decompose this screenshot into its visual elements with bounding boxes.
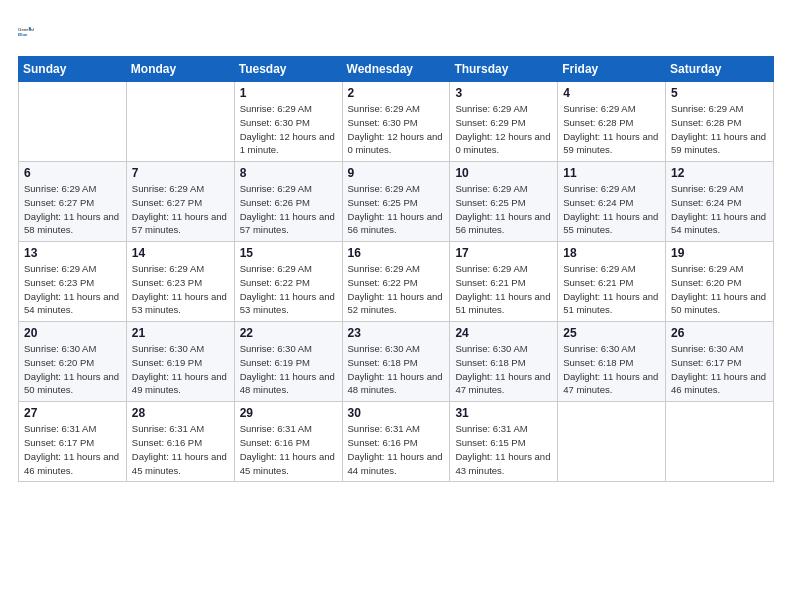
day-cell: 12Sunrise: 6:29 AMSunset: 6:24 PMDayligh… [666, 162, 774, 242]
day-number: 30 [348, 406, 445, 420]
day-number: 1 [240, 86, 337, 100]
day-info: Sunrise: 6:29 AMSunset: 6:28 PMDaylight:… [563, 102, 660, 157]
day-info: Sunrise: 6:31 AMSunset: 6:16 PMDaylight:… [132, 422, 229, 477]
day-cell: 9Sunrise: 6:29 AMSunset: 6:25 PMDaylight… [342, 162, 450, 242]
week-row-4: 20Sunrise: 6:30 AMSunset: 6:20 PMDayligh… [19, 322, 774, 402]
day-number: 20 [24, 326, 121, 340]
day-info: Sunrise: 6:30 AMSunset: 6:19 PMDaylight:… [132, 342, 229, 397]
weekday-header-wednesday: Wednesday [342, 57, 450, 82]
day-number: 18 [563, 246, 660, 260]
day-number: 7 [132, 166, 229, 180]
day-number: 14 [132, 246, 229, 260]
day-info: Sunrise: 6:29 AMSunset: 6:23 PMDaylight:… [132, 262, 229, 317]
day-cell [558, 402, 666, 482]
day-cell [19, 82, 127, 162]
day-info: Sunrise: 6:29 AMSunset: 6:25 PMDaylight:… [348, 182, 445, 237]
day-cell: 16Sunrise: 6:29 AMSunset: 6:22 PMDayligh… [342, 242, 450, 322]
day-info: Sunrise: 6:29 AMSunset: 6:28 PMDaylight:… [671, 102, 768, 157]
day-number: 27 [24, 406, 121, 420]
calendar: SundayMondayTuesdayWednesdayThursdayFrid… [18, 56, 774, 482]
day-info: Sunrise: 6:30 AMSunset: 6:18 PMDaylight:… [563, 342, 660, 397]
day-number: 19 [671, 246, 768, 260]
day-number: 29 [240, 406, 337, 420]
day-number: 15 [240, 246, 337, 260]
day-info: Sunrise: 6:31 AMSunset: 6:16 PMDaylight:… [348, 422, 445, 477]
svg-text:Blue: Blue [18, 32, 28, 37]
day-cell: 14Sunrise: 6:29 AMSunset: 6:23 PMDayligh… [126, 242, 234, 322]
day-info: Sunrise: 6:30 AMSunset: 6:19 PMDaylight:… [240, 342, 337, 397]
day-info: Sunrise: 6:29 AMSunset: 6:22 PMDaylight:… [348, 262, 445, 317]
day-cell: 17Sunrise: 6:29 AMSunset: 6:21 PMDayligh… [450, 242, 558, 322]
weekday-header-sunday: Sunday [19, 57, 127, 82]
day-info: Sunrise: 6:29 AMSunset: 6:27 PMDaylight:… [132, 182, 229, 237]
header: General Blue [18, 18, 774, 46]
day-number: 28 [132, 406, 229, 420]
day-number: 24 [455, 326, 552, 340]
day-info: Sunrise: 6:29 AMSunset: 6:30 PMDaylight:… [240, 102, 337, 157]
day-cell: 30Sunrise: 6:31 AMSunset: 6:16 PMDayligh… [342, 402, 450, 482]
page: General Blue SundayMondayTuesdayWednesda… [0, 0, 792, 612]
day-info: Sunrise: 6:29 AMSunset: 6:29 PMDaylight:… [455, 102, 552, 157]
weekday-header-friday: Friday [558, 57, 666, 82]
day-number: 9 [348, 166, 445, 180]
week-row-2: 6Sunrise: 6:29 AMSunset: 6:27 PMDaylight… [19, 162, 774, 242]
day-number: 22 [240, 326, 337, 340]
weekday-header-saturday: Saturday [666, 57, 774, 82]
day-number: 13 [24, 246, 121, 260]
day-info: Sunrise: 6:29 AMSunset: 6:24 PMDaylight:… [563, 182, 660, 237]
day-cell: 23Sunrise: 6:30 AMSunset: 6:18 PMDayligh… [342, 322, 450, 402]
day-cell: 2Sunrise: 6:29 AMSunset: 6:30 PMDaylight… [342, 82, 450, 162]
logo: General Blue [18, 18, 46, 46]
day-cell: 21Sunrise: 6:30 AMSunset: 6:19 PMDayligh… [126, 322, 234, 402]
day-number: 12 [671, 166, 768, 180]
day-cell: 5Sunrise: 6:29 AMSunset: 6:28 PMDaylight… [666, 82, 774, 162]
day-number: 10 [455, 166, 552, 180]
day-cell: 13Sunrise: 6:29 AMSunset: 6:23 PMDayligh… [19, 242, 127, 322]
weekday-header-row: SundayMondayTuesdayWednesdayThursdayFrid… [19, 57, 774, 82]
day-number: 31 [455, 406, 552, 420]
day-cell: 26Sunrise: 6:30 AMSunset: 6:17 PMDayligh… [666, 322, 774, 402]
day-cell: 15Sunrise: 6:29 AMSunset: 6:22 PMDayligh… [234, 242, 342, 322]
weekday-header-thursday: Thursday [450, 57, 558, 82]
day-number: 4 [563, 86, 660, 100]
logo-icon: General Blue [18, 18, 46, 46]
weekday-header-tuesday: Tuesday [234, 57, 342, 82]
day-cell: 7Sunrise: 6:29 AMSunset: 6:27 PMDaylight… [126, 162, 234, 242]
day-info: Sunrise: 6:31 AMSunset: 6:16 PMDaylight:… [240, 422, 337, 477]
day-cell: 28Sunrise: 6:31 AMSunset: 6:16 PMDayligh… [126, 402, 234, 482]
day-cell: 4Sunrise: 6:29 AMSunset: 6:28 PMDaylight… [558, 82, 666, 162]
day-number: 5 [671, 86, 768, 100]
day-info: Sunrise: 6:29 AMSunset: 6:27 PMDaylight:… [24, 182, 121, 237]
day-number: 17 [455, 246, 552, 260]
day-cell: 11Sunrise: 6:29 AMSunset: 6:24 PMDayligh… [558, 162, 666, 242]
week-row-3: 13Sunrise: 6:29 AMSunset: 6:23 PMDayligh… [19, 242, 774, 322]
svg-text:General: General [18, 27, 34, 32]
weekday-header-monday: Monday [126, 57, 234, 82]
day-cell: 8Sunrise: 6:29 AMSunset: 6:26 PMDaylight… [234, 162, 342, 242]
day-info: Sunrise: 6:29 AMSunset: 6:21 PMDaylight:… [563, 262, 660, 317]
day-cell: 22Sunrise: 6:30 AMSunset: 6:19 PMDayligh… [234, 322, 342, 402]
day-info: Sunrise: 6:30 AMSunset: 6:18 PMDaylight:… [348, 342, 445, 397]
day-info: Sunrise: 6:29 AMSunset: 6:20 PMDaylight:… [671, 262, 768, 317]
day-cell: 1Sunrise: 6:29 AMSunset: 6:30 PMDaylight… [234, 82, 342, 162]
day-info: Sunrise: 6:31 AMSunset: 6:17 PMDaylight:… [24, 422, 121, 477]
day-number: 11 [563, 166, 660, 180]
day-cell [666, 402, 774, 482]
day-info: Sunrise: 6:30 AMSunset: 6:17 PMDaylight:… [671, 342, 768, 397]
day-cell [126, 82, 234, 162]
day-number: 21 [132, 326, 229, 340]
day-cell: 18Sunrise: 6:29 AMSunset: 6:21 PMDayligh… [558, 242, 666, 322]
week-row-1: 1Sunrise: 6:29 AMSunset: 6:30 PMDaylight… [19, 82, 774, 162]
day-number: 8 [240, 166, 337, 180]
day-info: Sunrise: 6:29 AMSunset: 6:25 PMDaylight:… [455, 182, 552, 237]
day-info: Sunrise: 6:29 AMSunset: 6:26 PMDaylight:… [240, 182, 337, 237]
day-cell: 10Sunrise: 6:29 AMSunset: 6:25 PMDayligh… [450, 162, 558, 242]
day-cell: 31Sunrise: 6:31 AMSunset: 6:15 PMDayligh… [450, 402, 558, 482]
day-cell: 24Sunrise: 6:30 AMSunset: 6:18 PMDayligh… [450, 322, 558, 402]
day-info: Sunrise: 6:30 AMSunset: 6:20 PMDaylight:… [24, 342, 121, 397]
day-cell: 20Sunrise: 6:30 AMSunset: 6:20 PMDayligh… [19, 322, 127, 402]
day-cell: 3Sunrise: 6:29 AMSunset: 6:29 PMDaylight… [450, 82, 558, 162]
week-row-5: 27Sunrise: 6:31 AMSunset: 6:17 PMDayligh… [19, 402, 774, 482]
day-number: 26 [671, 326, 768, 340]
day-info: Sunrise: 6:29 AMSunset: 6:23 PMDaylight:… [24, 262, 121, 317]
